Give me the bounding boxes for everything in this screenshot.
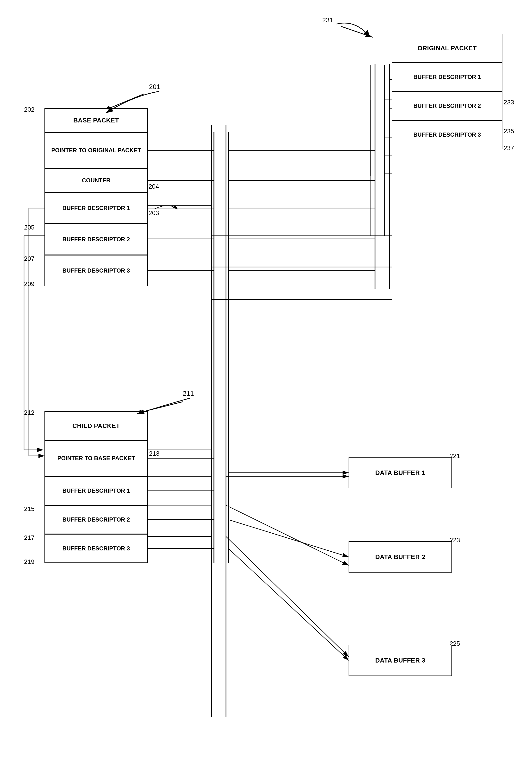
box-cp-buf-desc2: BUFFER DESCRIPTOR 2 (45, 505, 148, 534)
box-op-buf-desc2: BUFFER DESCRIPTOR 2 (392, 91, 503, 120)
box-cp-buf-desc1: BUFFER DESCRIPTOR 1 (45, 476, 148, 505)
box-cp-ptr-base: POINTER TO BASE PACKET (45, 440, 148, 476)
svg-line-2 (341, 26, 373, 37)
box-data-buffer2: DATA BUFFER 2 (349, 541, 452, 572)
svg-line-26 (226, 505, 349, 565)
box-data-buffer1: DATA BUFFER 1 (349, 457, 452, 488)
box-bp-counter: COUNTER (45, 168, 148, 192)
label-233: 233 (504, 99, 514, 106)
label-205: 205 (24, 224, 34, 231)
label-219: 219 (24, 558, 34, 565)
label-217: 217 (24, 534, 34, 542)
svg-line-59 (229, 548, 349, 660)
label-203: 203 (149, 209, 159, 217)
label-235: 235 (504, 128, 514, 135)
box-child-packet: CHILD PACKET (45, 411, 148, 440)
label-211: 211 (183, 390, 194, 397)
box-base-packet: BASE PACKET (45, 108, 148, 132)
box-op-buf-desc3: BUFFER DESCRIPTOR 3 (392, 120, 503, 149)
box-bp-buf-desc2: BUFFER DESCRIPTOR 2 (45, 224, 148, 255)
box-data-buffer3: DATA BUFFER 3 (349, 645, 452, 676)
box-bp-buf-desc3: BUFFER DESCRIPTOR 3 (45, 255, 148, 286)
label-237: 237 (504, 144, 514, 152)
label-202: 202 (24, 106, 34, 113)
box-bp-buf-desc1: BUFFER DESCRIPTOR 1 (45, 192, 148, 224)
box-op-buf-desc1: BUFFER DESCRIPTOR 1 (392, 63, 503, 91)
label-213: 213 (149, 450, 159, 457)
label-207: 207 (24, 255, 34, 262)
label-201: 201 (149, 83, 160, 91)
box-original-packet: ORIGINAL PACKET (392, 34, 503, 63)
label-215: 215 (24, 505, 34, 513)
label-231: 231 (322, 16, 334, 24)
label-212: 212 (24, 409, 34, 416)
box-cp-buf-desc3: BUFFER DESCRIPTOR 3 (45, 534, 148, 563)
svg-line-27 (226, 537, 349, 657)
label-209: 209 (24, 280, 34, 288)
label-204: 204 (149, 183, 159, 190)
diagram: 232 ORIGINAL PACKET BUFFER DESCRIPTOR 1 … (0, 0, 532, 778)
box-bp-ptr-orig: POINTER TO ORIGINAL PACKET (45, 132, 148, 168)
svg-line-58 (229, 520, 349, 557)
